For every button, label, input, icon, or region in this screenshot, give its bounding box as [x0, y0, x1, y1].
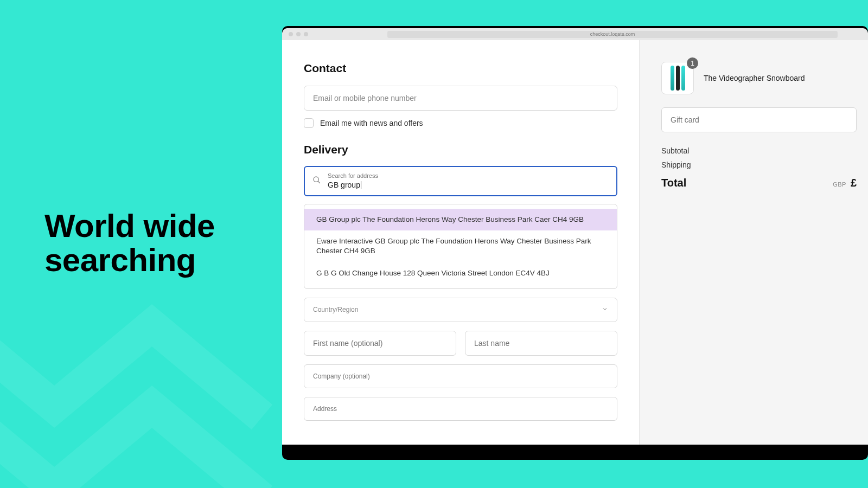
quantity-badge: 1 — [687, 57, 698, 69]
traffic-light-minimize[interactable] — [296, 32, 301, 36]
address-suggestion[interactable]: Eware Interactive GB Group plc The Found… — [304, 230, 617, 262]
hero-headline: World wide searching — [44, 209, 215, 277]
order-summary-column: 1 The Videographer Snowboard Subtotal Sh… — [639, 40, 868, 445]
hero-line-2: searching — [44, 243, 215, 277]
country-select[interactable]: Country/Region — [304, 298, 617, 322]
svg-point-0 — [314, 177, 318, 182]
address-suggestion[interactable]: G B G Old Change House 128 Queen Victori… — [304, 262, 617, 284]
hero-line-1: World wide — [44, 209, 215, 243]
delivery-heading: Delivery — [304, 143, 617, 156]
address-search-value: GB group — [328, 181, 360, 189]
url-bar[interactable]: checkout.loqate.com — [387, 31, 838, 38]
traffic-light-zoom[interactable] — [304, 32, 308, 36]
subtotal-row: Subtotal — [661, 146, 857, 155]
total-label: Total — [661, 177, 686, 189]
total-row: Total GBP £ — [661, 177, 857, 189]
shipping-row: Shipping — [661, 160, 857, 169]
url-text: checkout.loqate.com — [590, 31, 635, 37]
address-search-label: Search for address — [328, 172, 609, 179]
search-icon — [312, 176, 321, 187]
decorative-chevrons — [0, 282, 277, 488]
cart-item: 1 The Videographer Snowboard — [661, 62, 868, 94]
country-label: Country/Region — [313, 306, 358, 313]
svg-line-1 — [318, 181, 320, 183]
gift-card-field[interactable] — [661, 107, 857, 132]
traffic-light-close[interactable] — [289, 32, 293, 36]
shipping-label: Shipping — [661, 160, 691, 169]
last-name-field[interactable] — [465, 331, 617, 356]
product-name: The Videographer Snowboard — [704, 74, 805, 82]
browser-window: checkout.loqate.com Contact Email me wit… — [282, 28, 868, 445]
address-search-field[interactable]: Search for address GB group — [304, 166, 617, 196]
address-suggestion[interactable]: GB Group plc The Foundation Herons Way C… — [304, 209, 617, 230]
first-name-field[interactable] — [304, 331, 456, 356]
company-field[interactable] — [304, 364, 617, 388]
chevron-down-icon — [602, 306, 608, 314]
checkout-main-column: Contact Email me with news and offers De… — [282, 40, 639, 445]
news-offers-label: Email me with news and offers — [320, 119, 423, 127]
address-suggestions: GB Group plc The Foundation Herons Way C… — [304, 204, 617, 289]
email-field[interactable] — [304, 86, 617, 111]
news-offers-row[interactable]: Email me with news and offers — [304, 118, 617, 128]
total-currency: GBP — [833, 181, 846, 188]
total-amount: £ — [851, 177, 857, 189]
contact-heading: Contact — [304, 62, 617, 75]
subtotal-label: Subtotal — [661, 146, 689, 155]
address-field[interactable] — [304, 397, 617, 421]
product-thumbnail: 1 — [661, 62, 694, 94]
news-offers-checkbox[interactable] — [304, 118, 314, 128]
browser-titlebar: checkout.loqate.com — [282, 28, 868, 40]
